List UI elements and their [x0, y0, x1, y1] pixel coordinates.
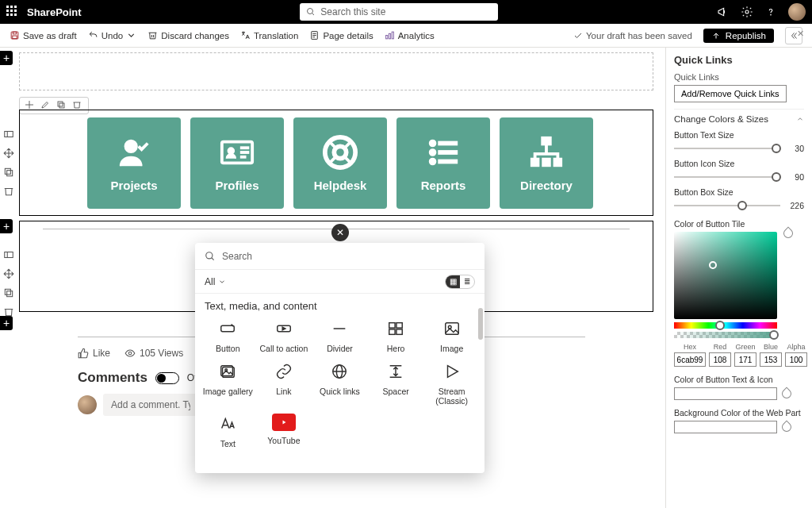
tile-directory[interactable]: Directory: [500, 117, 593, 209]
accordion-colors-sizes[interactable]: Change Colors & Sizes: [674, 109, 804, 125]
eyedropper-icon[interactable]: [780, 421, 794, 434]
translation-button[interactable]: Translation: [240, 30, 298, 40]
add-remove-links-button[interactable]: Add/Remove Quick Links: [674, 85, 787, 102]
picker-search[interactable]: Search: [195, 243, 485, 270]
user-avatar[interactable]: [788, 3, 806, 21]
gear-icon[interactable]: [741, 6, 753, 18]
svg-rect-18: [5, 252, 13, 258]
analytics-button[interactable]: Analytics: [385, 30, 435, 40]
grid-view-icon[interactable]: ▦: [446, 275, 460, 288]
webpart-call-to-action[interactable]: Call to action: [256, 318, 312, 353]
move-icon[interactable]: [2, 267, 16, 281]
webpart-stream[interactable]: Stream (Classic): [423, 361, 480, 406]
edit-layout-icon[interactable]: [2, 127, 16, 141]
swatch-texticon[interactable]: [674, 387, 777, 400]
svg-rect-6: [13, 36, 17, 39]
like-button[interactable]: Like: [78, 348, 110, 359]
editing-canvas: + + + Projects: [0, 48, 665, 508]
copy-icon[interactable]: [2, 286, 16, 300]
tile-profiles[interactable]: Profiles: [190, 117, 284, 209]
discard-button[interactable]: Discard changes: [147, 30, 229, 40]
svg-rect-14: [5, 132, 13, 137]
webpart-image-gallery[interactable]: Image gallery: [200, 361, 256, 406]
svg-line-33: [345, 142, 351, 148]
alpha-input[interactable]: [785, 352, 807, 367]
svg-point-0: [308, 9, 313, 14]
eyedropper-icon[interactable]: [780, 387, 794, 401]
svg-rect-16: [7, 171, 13, 176]
tile-reports[interactable]: Reports: [396, 117, 490, 209]
webpart-button[interactable]: Button: [200, 318, 256, 353]
add-section-button[interactable]: +: [0, 51, 13, 65]
app-launcher-icon[interactable]: [6, 6, 19, 18]
thumbs-up-icon: [78, 348, 89, 359]
suite-search[interactable]: Search this site: [300, 3, 498, 21]
svg-rect-43: [531, 159, 539, 167]
svg-rect-55: [396, 329, 402, 334]
help-icon[interactable]: [764, 6, 777, 18]
svg-rect-49: [221, 325, 235, 331]
eye-icon: [124, 348, 136, 359]
svg-rect-13: [392, 32, 393, 39]
webpart-spacer[interactable]: Spacer: [368, 361, 424, 406]
color-alpha-slider[interactable]: [674, 332, 777, 338]
webpart-text[interactable]: Text: [200, 414, 256, 448]
page-icon: [309, 30, 320, 40]
move-icon[interactable]: [2, 146, 16, 160]
green-input[interactable]: [734, 352, 756, 367]
webpart-youtube[interactable]: YouTube: [256, 414, 312, 448]
svg-rect-53: [396, 323, 402, 328]
suite-header: SharePoint Search this site: [0, 0, 812, 24]
svg-marker-66: [447, 366, 458, 378]
svg-rect-20: [7, 291, 13, 297]
view-toggle[interactable]: ▦ ≣: [445, 275, 475, 289]
slider-text-size[interactable]: Button Text Size 30: [674, 130, 804, 154]
blue-input[interactable]: [760, 352, 782, 367]
svg-rect-56: [445, 323, 458, 335]
copy-icon[interactable]: [2, 165, 16, 179]
webpart-hero[interactable]: Hero: [368, 318, 424, 353]
red-input[interactable]: [709, 352, 731, 367]
picker-scrollbar[interactable]: [478, 308, 483, 340]
id-card-icon: [219, 134, 255, 171]
comment-input[interactable]: Add a comment. Type @ to mention someone…: [103, 394, 198, 416]
undo-button[interactable]: Undo: [88, 30, 137, 40]
slider-icon-size[interactable]: Button Icon Size 90: [674, 159, 804, 183]
republish-button[interactable]: Republish: [703, 29, 774, 43]
search-icon: [205, 251, 216, 262]
webpart-divider[interactable]: Divider: [312, 318, 368, 353]
webpart-image[interactable]: Image: [423, 318, 480, 353]
webpart-link[interactable]: Link: [256, 361, 312, 406]
svg-point-38: [430, 159, 436, 165]
svg-point-26: [228, 148, 235, 154]
page-details-button[interactable]: Page details: [309, 30, 373, 40]
brand: SharePoint: [27, 6, 82, 18]
svg-line-35: [345, 157, 351, 164]
list-view-icon[interactable]: ≣: [460, 275, 474, 288]
svg-marker-67: [282, 421, 285, 425]
color-texticon-label: Color of Button Text & Icon: [674, 375, 804, 384]
svg-rect-11: [385, 36, 387, 39]
delete-icon[interactable]: [2, 184, 16, 198]
megaphone-icon[interactable]: [717, 6, 730, 18]
picker-filter[interactable]: All: [205, 276, 226, 287]
eyedropper-icon[interactable]: [782, 227, 795, 241]
tile-projects[interactable]: Projects: [87, 117, 181, 209]
delete-icon[interactable]: [2, 305, 16, 319]
color-hue-slider[interactable]: [674, 322, 777, 329]
slider-box-size[interactable]: Button Box Size 226: [674, 187, 804, 211]
svg-rect-5: [13, 32, 16, 34]
tile-helpdesk[interactable]: Helpdesk: [293, 117, 387, 209]
translate-icon: [240, 30, 251, 40]
edit-layout-icon[interactable]: [2, 248, 16, 262]
add-section-button[interactable]: +: [0, 219, 13, 233]
comment-avatar: [78, 395, 97, 414]
close-picker-button[interactable]: ✕: [331, 224, 349, 241]
save-draft-button[interactable]: Save as draft: [10, 30, 77, 40]
webpart-quick-links[interactable]: Quick links: [312, 361, 368, 406]
section-placeholder[interactable]: [19, 52, 653, 90]
hex-input[interactable]: [674, 352, 706, 367]
swatch-bg[interactable]: [674, 421, 777, 433]
comments-toggle[interactable]: [155, 372, 179, 384]
color-satval-picker[interactable]: [674, 232, 777, 319]
